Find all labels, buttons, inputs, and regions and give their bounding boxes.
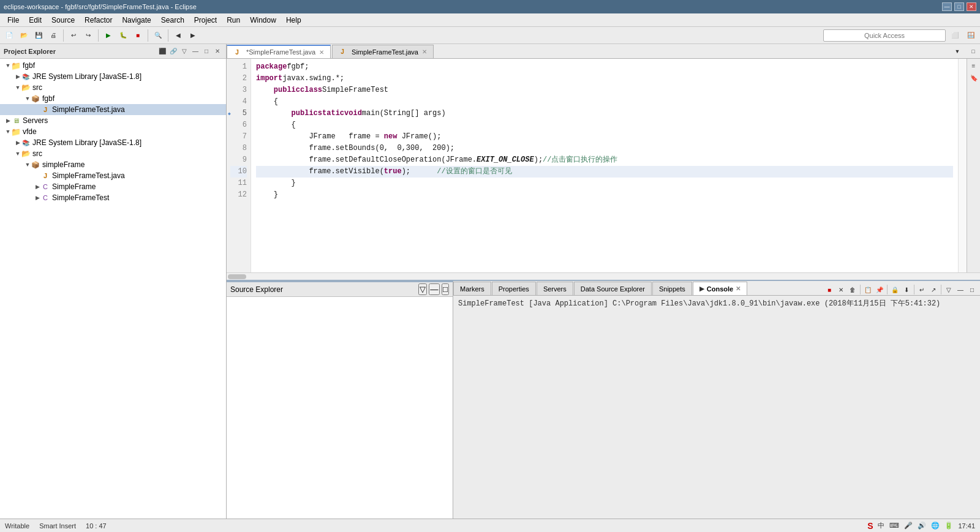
close-button[interactable]: ✕ bbox=[967, 2, 976, 11]
toolbar-run[interactable]: ▶ bbox=[102, 29, 115, 42]
tree-item-vfde-pkg[interactable]: ▼ 📦 simpleFrame bbox=[0, 159, 226, 170]
close-panel-button[interactable]: ✕ bbox=[213, 47, 222, 56]
toolbar-debug[interactable]: 🐛 bbox=[116, 29, 130, 42]
scroll-lock-btn[interactable]: 🔒 bbox=[889, 284, 900, 295]
menu-refactor[interactable]: Refactor bbox=[80, 15, 117, 26]
source-explorer-min-btn[interactable]: — bbox=[429, 283, 439, 295]
scroll-end-btn[interactable]: ⬇ bbox=[901, 284, 912, 295]
menu-bar: File Edit Source Refactor Navigate Searc… bbox=[0, 13, 980, 27]
toolbar-search[interactable]: 🔍 bbox=[151, 29, 165, 42]
remove-console-btn[interactable]: ✕ bbox=[835, 284, 846, 295]
menu-search[interactable]: Search bbox=[156, 15, 189, 26]
tree-label-servers: Servers bbox=[23, 116, 48, 125]
tree-item-fgbf-jre[interactable]: ▶ 📚 JRE System Library [JavaSE-1.8] bbox=[0, 71, 226, 82]
bottom-tab-servers[interactable]: Servers bbox=[537, 282, 573, 295]
servers-icon: 🖥 bbox=[11, 116, 21, 126]
toolbar-next-edit[interactable]: ▶ bbox=[186, 29, 200, 42]
panel-controls: ⬛ 🔗 ▽ — □ ✕ bbox=[157, 47, 222, 56]
source-explorer-panel: Source Explorer ▽ — □ bbox=[227, 281, 453, 519]
bottom-tab-datasource[interactable]: Data Source Explorer bbox=[574, 282, 652, 295]
toolbar-undo[interactable]: ↩ bbox=[67, 29, 80, 42]
tab-label-dirty: *SimpleFrameTest.java bbox=[246, 48, 315, 56]
tree-item-fgbf-file[interactable]: J SimpleFrameTest.java bbox=[0, 104, 226, 115]
tab-close-1[interactable]: ✕ bbox=[318, 48, 325, 56]
source-explorer-max-btn[interactable]: □ bbox=[442, 283, 449, 295]
bottom-tab-console[interactable]: ▶ Console ✕ bbox=[693, 282, 747, 295]
copy-console-btn[interactable]: 📋 bbox=[862, 284, 873, 295]
code-line-9: frame.setDefaultCloseOperation(JFrame.EX… bbox=[256, 154, 953, 166]
btm-view-menu-btn[interactable]: ▽ bbox=[943, 284, 954, 295]
tree-item-vfde-file1[interactable]: J SimpleFrameTest.java bbox=[0, 170, 226, 181]
editor-maximize-button[interactable]: □ bbox=[967, 45, 980, 58]
open-console-btn[interactable]: ↗ bbox=[928, 284, 939, 295]
toolbar-stop[interactable]: ■ bbox=[131, 29, 145, 42]
btm-maximize-btn[interactable]: □ bbox=[967, 284, 978, 295]
tree-arrow-vfde-pkg: ▼ bbox=[24, 162, 31, 168]
right-bookmarks-btn[interactable]: 🔖 bbox=[968, 72, 979, 83]
maximize-panel-button[interactable]: □ bbox=[202, 47, 211, 56]
code-line-8: frame.setBounds(0, 0,300, 200); bbox=[256, 143, 953, 154]
toolbar-open-perspective[interactable]: 🪟 bbox=[964, 29, 978, 42]
menu-navigate[interactable]: Navigate bbox=[117, 15, 156, 26]
view-list-button[interactable]: ▼ bbox=[951, 45, 964, 58]
tree-arrow-vfde-class2: ▶ bbox=[34, 195, 40, 201]
toolbar-open[interactable]: 📂 bbox=[17, 29, 31, 42]
tree-item-vfde[interactable]: ▼ 📁 vfde bbox=[0, 126, 226, 137]
paste-console-btn[interactable]: 📌 bbox=[874, 284, 885, 295]
toolbar-redo[interactable]: ↪ bbox=[81, 29, 95, 42]
bottom-tab-snippets[interactable]: Snippets bbox=[652, 282, 692, 295]
link-editor-button[interactable]: 🔗 bbox=[168, 47, 178, 56]
code-line-10: frame.setVisible(true); //设置的窗口是否可见 bbox=[256, 166, 953, 178]
hscroll-thumb[interactable] bbox=[228, 274, 246, 279]
tab-close-2[interactable]: ✕ bbox=[421, 48, 428, 56]
tree-item-vfde-class2[interactable]: ▶ C SimpleFrameTest bbox=[0, 192, 226, 203]
tree-item-vfde-class1[interactable]: ▶ C SimpleFrame bbox=[0, 181, 226, 192]
toolbar-print[interactable]: 🖨 bbox=[47, 29, 60, 42]
source-explorer-menu-btn[interactable]: ▽ bbox=[418, 283, 427, 295]
toolbar-save[interactable]: 💾 bbox=[32, 29, 45, 42]
editor-tab-dirty[interactable]: J *SimpleFrameTest.java ✕ bbox=[227, 45, 331, 58]
bottom-tab-console-close[interactable]: ✕ bbox=[736, 285, 741, 292]
tree-item-fgbf-pkg[interactable]: ▼ 📦 fgbf bbox=[0, 93, 226, 104]
stop-console-btn[interactable]: ■ bbox=[824, 284, 835, 295]
window-controls[interactable]: — □ ✕ bbox=[942, 2, 976, 11]
toolbar-new[interactable]: 📄 bbox=[2, 29, 16, 42]
line-num-2: 2 bbox=[230, 73, 247, 84]
clear-console-btn[interactable]: 🗑 bbox=[847, 284, 858, 295]
quick-access-area: ⬜ 🪟 bbox=[823, 29, 978, 42]
btm-sep1 bbox=[860, 285, 861, 294]
code-line-4: { bbox=[256, 96, 953, 108]
menu-window[interactable]: Window bbox=[245, 15, 281, 26]
word-wrap-btn[interactable]: ↵ bbox=[916, 284, 927, 295]
bottom-tab-markers[interactable]: Markers bbox=[453, 282, 491, 295]
btm-minimize-btn[interactable]: — bbox=[955, 284, 966, 295]
tree-item-fgbf-src[interactable]: ▼ 📂 src bbox=[0, 82, 226, 93]
menu-help[interactable]: Help bbox=[281, 15, 306, 26]
menu-run[interactable]: Run bbox=[222, 15, 245, 26]
menu-file[interactable]: File bbox=[2, 15, 24, 26]
right-task-list-btn[interactable]: ≡ bbox=[968, 60, 979, 71]
minimize-button[interactable]: — bbox=[942, 2, 952, 11]
editor-tab-clean[interactable]: J SimpleFrameTest.java ✕ bbox=[332, 45, 434, 58]
bottom-tab-properties[interactable]: Properties bbox=[492, 282, 536, 295]
project-explorer-title: Project Explorer bbox=[4, 48, 56, 55]
tree-item-vfde-src[interactable]: ▼ 📂 src bbox=[0, 148, 226, 159]
menu-source[interactable]: Source bbox=[47, 15, 80, 26]
menu-project[interactable]: Project bbox=[189, 15, 222, 26]
toolbar-maximize-view[interactable]: ⬜ bbox=[948, 29, 962, 42]
maximize-button[interactable]: □ bbox=[954, 2, 964, 11]
quick-access-input[interactable] bbox=[823, 29, 946, 42]
title-bar: eclipse-workspace - fgbf/src/fgbf/Simple… bbox=[0, 0, 980, 13]
line-num-10: 10 bbox=[230, 166, 247, 178]
tree-label-vfde-jre: JRE System Library [JavaSE-1.8] bbox=[32, 138, 141, 147]
menu-edit[interactable]: Edit bbox=[24, 15, 47, 26]
minimize-panel-button[interactable]: — bbox=[190, 47, 200, 56]
editor-hscrollbar[interactable] bbox=[227, 272, 980, 280]
code-content[interactable]: package fgbf; import javax.swing.*; publ… bbox=[251, 59, 958, 272]
tree-item-servers[interactable]: ▶ 🖥 Servers bbox=[0, 115, 226, 126]
tree-item-fgbf[interactable]: ▼ 📁 fgbf bbox=[0, 60, 226, 71]
toolbar-prev-edit[interactable]: ◀ bbox=[172, 29, 185, 42]
view-menu-button[interactable]: ▽ bbox=[179, 47, 189, 56]
tree-item-vfde-jre[interactable]: ▶ 📚 JRE System Library [JavaSE-1.8] bbox=[0, 137, 226, 148]
collapse-all-button[interactable]: ⬛ bbox=[157, 47, 167, 56]
